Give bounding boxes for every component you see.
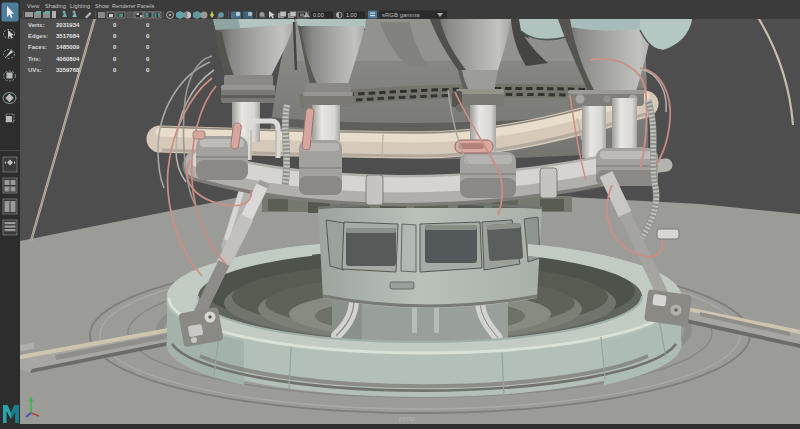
svg-text:1.00: 1.00 xyxy=(346,12,357,18)
svg-text:sRGB gamma: sRGB gamma xyxy=(382,12,420,18)
svg-text:0.00: 0.00 xyxy=(313,12,324,18)
